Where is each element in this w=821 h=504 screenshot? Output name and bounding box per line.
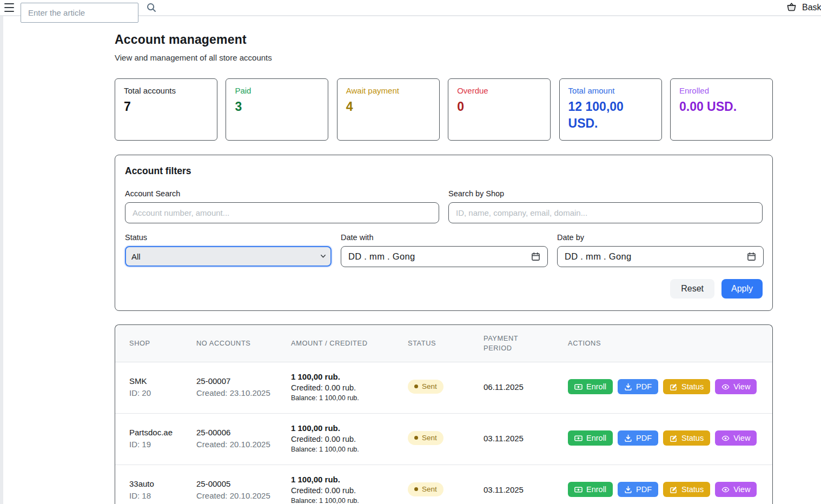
enroll-label: Enroll <box>586 382 606 391</box>
status-dot-icon <box>414 384 418 388</box>
date-by-value: DD . mm . Gong <box>565 251 631 262</box>
status-button[interactable]: Status <box>663 430 710 446</box>
shop-search-field: Search by Shop <box>448 189 763 223</box>
date-with-label: Date with <box>341 233 548 242</box>
shop-name: SMK <box>129 376 196 386</box>
pdf-button[interactable]: PDF <box>618 379 658 394</box>
status-badge: Sent <box>408 482 443 496</box>
stat-label: Await payment <box>346 86 431 95</box>
stat-label: Total amount <box>568 86 653 95</box>
account-search-field: Account Search <box>125 189 439 223</box>
cell-shop: Partsdoc.ae ID: 19 <box>129 428 196 449</box>
view-button[interactable]: View <box>715 379 757 394</box>
cell-actions: Enroll PDF Status <box>568 482 772 497</box>
basket-label: Bask <box>802 3 821 12</box>
cell-payment-period: 03.11.2025 <box>484 485 568 494</box>
table-header-row: SHOP NO ACCOUNTS AMOUNT / CREDITED STATU… <box>115 325 772 362</box>
status-button[interactable]: Status <box>663 482 710 497</box>
date-with-value: DD . mm . Gong <box>348 251 415 262</box>
cell-payment-period: 03.11.2025 <box>484 434 568 443</box>
date-by-field-wrap: Date by DD . mm . Gong <box>557 233 764 267</box>
enroll-label: Enroll <box>586 434 606 442</box>
account-number: 25-00007 <box>196 376 291 386</box>
status-badge: Sent <box>408 380 443 394</box>
article-search-input[interactable] <box>21 3 138 23</box>
date-with-field-wrap: Date with DD . mm . Gong <box>341 233 548 267</box>
cash-icon <box>574 383 582 391</box>
view-label: View <box>733 434 750 442</box>
eye-icon <box>721 383 730 391</box>
date-by-label: Date by <box>557 233 764 242</box>
account-filters-card: Account filters Account Search Search by… <box>115 155 773 311</box>
stat-value: 3 <box>235 98 319 115</box>
status-select[interactable]: All <box>125 246 332 267</box>
enroll-button[interactable]: Enroll <box>568 430 613 446</box>
status-label: Status <box>681 434 704 442</box>
search-icon[interactable] <box>146 2 157 13</box>
cell-amount: 1 100,00 rub. Credited: 0.00 rub. Balanc… <box>291 372 408 402</box>
cell-account: 25-00006 Created: 20.10.2025 <box>196 428 291 449</box>
hamburger-menu-icon[interactable] <box>4 3 14 12</box>
calendar-icon <box>747 252 756 261</box>
stat-value: 0 <box>457 98 541 115</box>
account-created: Created: 20.10.2025 <box>196 440 291 449</box>
view-button[interactable]: View <box>715 430 757 446</box>
view-button[interactable]: View <box>715 482 757 497</box>
shop-search-input[interactable] <box>448 202 763 223</box>
status-badge: Sent <box>408 431 443 445</box>
cell-payment-period: 06.11.2025 <box>484 382 568 392</box>
cell-amount: 1 100,00 rub. Credited: 0.00 rub. Balanc… <box>291 475 408 504</box>
pdf-button[interactable]: PDF <box>618 482 658 497</box>
account-search-input[interactable] <box>125 202 439 223</box>
edit-icon <box>670 383 678 391</box>
enroll-button[interactable]: Enroll <box>568 379 613 394</box>
stat-card: Overdue 0 <box>448 78 551 141</box>
status-text: Sent <box>422 434 437 442</box>
date-by-input[interactable]: DD . mm . Gong <box>557 246 764 267</box>
stat-label: Overdue <box>457 86 541 95</box>
cell-status: Sent <box>408 431 484 445</box>
status-dot-icon <box>414 487 418 491</box>
status-label: Status <box>681 382 704 391</box>
cell-account: 25-00005 Created: 20.10.2025 <box>196 479 291 500</box>
credited-value: Credited: 0.00 rub. <box>291 435 408 443</box>
col-header-amount: AMOUNT / CREDITED <box>291 339 408 347</box>
accounts-table: SHOP NO ACCOUNTS AMOUNT / CREDITED STATU… <box>115 324 773 504</box>
edit-icon <box>670 434 678 442</box>
shop-name: Partsdoc.ae <box>129 428 196 437</box>
cell-status: Sent <box>408 380 484 394</box>
reset-button[interactable]: Reset <box>670 279 714 299</box>
table-row: Partsdoc.ae ID: 19 25-00006 Created: 20.… <box>115 414 772 465</box>
stat-card: Total accounts 7 <box>115 78 217 141</box>
shop-search-label: Search by Shop <box>448 189 763 198</box>
credited-value: Credited: 0.00 rub. <box>291 486 408 495</box>
status-button[interactable]: Status <box>663 379 710 394</box>
amount-value: 1 100,00 rub. <box>291 423 408 433</box>
stat-label: Enrolled <box>679 86 764 95</box>
stat-value: 12 100,00 USD. <box>568 98 653 132</box>
date-with-input[interactable]: DD . mm . Gong <box>341 246 548 267</box>
col-header-actions: ACTIONS <box>568 339 772 347</box>
shop-id: ID: 19 <box>129 440 196 449</box>
shop-id: ID: 20 <box>129 388 196 397</box>
shop-name: 33auto <box>129 479 196 488</box>
page-subtitle: View and management of all store account… <box>115 53 773 62</box>
cash-icon <box>574 434 582 442</box>
download-icon <box>624 383 632 391</box>
pdf-button[interactable]: PDF <box>618 430 658 446</box>
status-label: Status <box>681 485 704 494</box>
stats-row: Total accounts 7 Paid 3 Await payment 4 … <box>115 78 773 141</box>
filters-title: Account filters <box>125 165 763 177</box>
enroll-button[interactable]: Enroll <box>568 482 613 497</box>
account-search-label: Account Search <box>125 189 439 198</box>
stat-value: 4 <box>346 98 431 115</box>
pdf-label: PDF <box>636 434 652 442</box>
col-header-payment-period: PAYMENT PERIOD <box>484 334 527 353</box>
cell-account: 25-00007 Created: 23.10.2025 <box>196 376 291 397</box>
stat-value: 7 <box>124 98 208 115</box>
table-row: SMK ID: 20 25-00007 Created: 23.10.2025 … <box>115 362 772 414</box>
apply-button[interactable]: Apply <box>721 279 763 299</box>
basket-button[interactable]: Bask <box>785 2 821 14</box>
cell-actions: Enroll PDF Status <box>568 379 772 394</box>
view-label: View <box>733 485 750 494</box>
